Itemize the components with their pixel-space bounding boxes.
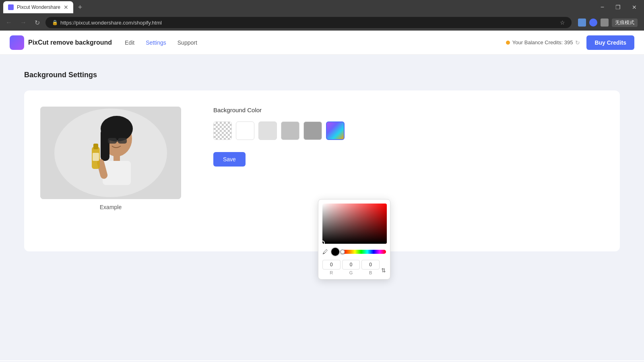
url-text: https://pixcut.wondershare.com/shopify.h… [60,20,162,26]
balance-display: Your Balance Credits: 395 ↻ [506,39,580,46]
app-container: PixCut remove background Edit Settings S… [0,31,644,361]
r-field: R [322,260,341,275]
svg-rect-5 [108,138,117,144]
swatch-gradient[interactable] [326,121,345,140]
settings-panel: Example Background Color Save [24,90,620,251]
nav-edit[interactable]: Edit [125,39,134,46]
example-label: Example [100,204,122,210]
main-content: Background Settings [0,55,644,360]
extension-icon-3[interactable] [601,19,609,27]
swatch-light3[interactable] [303,121,322,140]
profile-button[interactable]: 无痕模式 [612,19,638,27]
swatch-light2[interactable] [281,121,299,140]
g-field: G [342,260,360,275]
section-title: Background Settings [24,71,620,79]
navbar: PixCut remove background Edit Settings S… [0,31,644,55]
example-image-wrap: Example [40,107,181,235]
refresh-icon[interactable]: ↻ [575,39,580,46]
nav-links: Edit Settings Support [125,39,197,46]
g-label: G [349,270,353,275]
tab-title: Pixcut Wondershare [17,4,60,10]
rgb-inputs: R G B ⇅ [322,260,386,275]
nav-support[interactable]: Support [178,39,197,46]
active-tab[interactable]: Pixcut Wondershare ✕ [3,1,73,13]
color-gradient-box[interactable] [322,204,387,244]
color-swatches [213,121,604,140]
swatch-transparent[interactable] [213,121,232,140]
r-input[interactable] [322,260,341,269]
logo-icon [10,35,24,50]
bg-color-section: Background Color Save [213,107,604,235]
restore-button[interactable]: ❐ [611,4,625,10]
reload-button[interactable]: ↻ [32,17,42,28]
tab-close-icon[interactable]: ✕ [64,4,68,10]
bookmark-icon[interactable]: ☆ [560,19,565,26]
balance-icon [506,41,510,45]
forward-button[interactable]: → [18,17,29,28]
svg-rect-13 [93,153,99,161]
rgb-mode-button[interactable]: ⇅ [381,267,386,275]
address-input[interactable]: 🔒 https://pixcut.wondershare.com/shopify… [45,17,572,28]
b-field: B [361,260,380,275]
tab-bar: Pixcut Wondershare ✕ + − ❐ ✕ [0,0,644,14]
picker-cursor [322,241,325,244]
save-button[interactable]: Save [213,152,246,167]
picker-color-preview [330,247,340,257]
logo: PixCut remove background [10,35,112,50]
minimize-button[interactable]: − [597,4,608,11]
hue-slider[interactable] [343,250,386,254]
tab-favicon [8,4,14,10]
b-input[interactable] [361,260,380,269]
g-input[interactable] [342,260,360,269]
example-image [40,107,181,199]
r-label: R [330,270,333,275]
svg-rect-6 [118,138,127,144]
hue-thumb [340,249,345,254]
svg-rect-4 [101,129,109,161]
close-button[interactable]: ✕ [628,4,641,10]
window-controls: − ❐ ✕ [597,4,641,11]
balance-text: Your Balance Credits: 395 [512,39,573,45]
picker-controls: 🖊 [322,247,386,257]
extensions-area: 无痕模式 [575,19,641,27]
eyedropper-button[interactable]: 🖊 [322,249,328,255]
extension-icon-1[interactable] [578,19,586,27]
extension-icon-2[interactable] [589,19,597,27]
logo-text: PixCut remove background [28,39,112,46]
back-button[interactable]: ← [3,17,14,28]
svg-rect-12 [93,144,98,149]
b-label: B [369,270,372,275]
swatch-white[interactable] [236,121,254,140]
buy-credits-button[interactable]: Buy Credits [586,35,634,50]
bg-color-title: Background Color [213,107,604,113]
person-svg [40,107,181,199]
swatch-light1[interactable] [258,121,277,140]
nav-settings[interactable]: Settings [146,39,166,46]
color-picker-popup: 🖊 R G [318,199,390,280]
new-tab-button[interactable]: + [75,3,86,12]
address-bar: ← → ↻ 🔒 https://pixcut.wondershare.com/s… [0,14,644,31]
nav-right: Your Balance Credits: 395 ↻ Buy Credits [506,35,634,50]
lock-icon: 🔒 [52,20,58,25]
